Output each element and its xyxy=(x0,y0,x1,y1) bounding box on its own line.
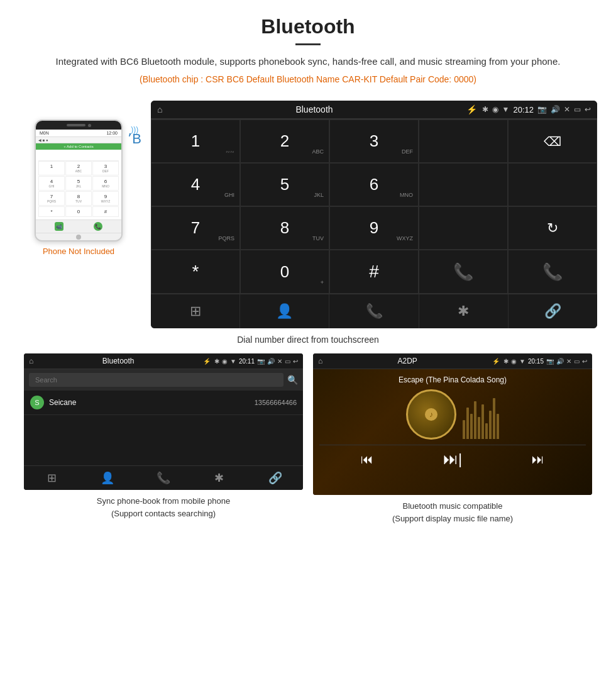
phone-nav-bar: ◀ ■ ● xyxy=(36,137,121,143)
phone-key-5[interactable]: 5JKL xyxy=(65,176,92,191)
phone-top-bar xyxy=(36,121,121,130)
pb-search-input[interactable] xyxy=(29,373,283,387)
music-next-btn[interactable]: ⏭ xyxy=(532,452,544,467)
eq-bar-9 xyxy=(493,398,495,439)
dial-call-green[interactable]: 📞 xyxy=(419,250,508,294)
car-camera-icon[interactable]: 📷 xyxy=(537,105,547,114)
phone-key-hash[interactable]: # xyxy=(92,206,119,217)
dial-empty-3 xyxy=(508,163,597,206)
car-home-icon[interactable]: ⌂ xyxy=(157,104,162,114)
phone-key-star[interactable]: * xyxy=(38,206,65,217)
music-album-art: ♪ xyxy=(406,389,456,440)
dial-key-5[interactable]: 5JKL xyxy=(240,163,329,206)
phone-home-button[interactable] xyxy=(76,235,81,240)
pb-nav-link[interactable]: 🔗 xyxy=(247,471,303,485)
music-col: ⌂ A2DP ⚡ ✱ ◉ ▼ 20:15 📷 🔊 ✕ ▭ ↩ Escape (T… xyxy=(308,353,597,527)
music-play-pause-btn[interactable]: ⏭| xyxy=(443,450,462,468)
pb-back-icon[interactable]: ↩ xyxy=(293,358,298,365)
dial-key-0[interactable]: 0+ xyxy=(240,250,329,294)
music-home-icon[interactable]: ⌂ xyxy=(318,357,322,365)
car-back-icon[interactable]: ↩ xyxy=(585,105,591,114)
car-bt-icon: ✱ xyxy=(482,105,488,114)
phone-key-7[interactable]: 7PQRS xyxy=(38,191,65,206)
car-signal-icon: ▼ xyxy=(502,105,510,114)
car-volume-icon[interactable]: 🔊 xyxy=(551,105,560,114)
dial-reload[interactable]: ↻ xyxy=(508,206,597,250)
pb-nav-calls[interactable]: 📞 xyxy=(136,471,192,485)
music-screen: ⌂ A2DP ⚡ ✱ ◉ ▼ 20:15 📷 🔊 ✕ ▭ ↩ Escape (T… xyxy=(313,353,592,495)
eq-bar-7 xyxy=(485,423,488,439)
car-nav-apps[interactable]: ⊞ xyxy=(151,294,240,328)
car-nav-bluetooth[interactable]: ✱ xyxy=(419,294,509,328)
pb-location-icon: ◉ xyxy=(222,358,228,365)
pb-contact-name: Seicane xyxy=(49,398,250,407)
eq-bar-4 xyxy=(474,401,476,439)
pb-camera-icon[interactable]: 📷 xyxy=(257,358,265,365)
music-location-icon: ◉ xyxy=(511,358,517,365)
phonebook-caption-sub: (Support contacts searching) xyxy=(111,509,216,518)
music-controls: ⏮ ⏭| ⏭ xyxy=(319,445,586,473)
car-screen-icon[interactable]: ▭ xyxy=(574,105,581,114)
phone-call-btn[interactable]: 📞 xyxy=(94,222,102,231)
dial-backspace[interactable]: ⌫ xyxy=(508,119,597,163)
pb-nav-contacts[interactable]: 👤 xyxy=(80,471,136,485)
car-screen-title: Bluetooth xyxy=(167,104,461,114)
car-nav-contacts[interactable]: 👤 xyxy=(240,294,329,328)
bluetooth-wave-overlay: ))) ʼΒ xyxy=(128,126,141,147)
dial-key-7[interactable]: 7PQRS xyxy=(151,206,240,250)
pb-nav-bluetooth[interactable]: ✱ xyxy=(191,471,247,485)
car-bottom-nav: ⊞ 👤 📞 ✱ 🔗 xyxy=(151,294,597,328)
phone-key-1[interactable]: 1 xyxy=(38,161,65,175)
pb-volume-icon[interactable]: 🔊 xyxy=(267,358,275,365)
phone-home-row xyxy=(36,233,121,240)
music-prev-btn[interactable]: ⏮ xyxy=(361,452,373,467)
pb-usb-icon: ⚡ xyxy=(203,358,211,365)
phone-key-9[interactable]: 9WXYZ xyxy=(92,191,119,206)
car-close-icon[interactable]: ✕ xyxy=(564,105,570,114)
car-status-bar: ⌂ Bluetooth ⚡ ✱ ◉ ▼ 20:12 📷 🔊 ✕ ▭ ↩ xyxy=(151,101,597,119)
phonebook-caption-main: Sync phone-book from mobile phone xyxy=(97,496,230,506)
dial-call-red[interactable]: 📞 xyxy=(508,250,597,294)
pb-contact-row[interactable]: S Seicane 13566664466 xyxy=(24,391,303,415)
music-bt-icon: ✱ xyxy=(503,358,509,365)
dial-key-star[interactable]: * xyxy=(151,250,240,294)
phone-key-3[interactable]: 3DEF xyxy=(92,161,119,175)
phone-key-2[interactable]: 2ABC xyxy=(65,161,92,175)
car-nav-calls[interactable]: 📞 xyxy=(329,294,419,328)
phone-key-4[interactable]: 4GHI xyxy=(38,176,65,191)
dial-key-9[interactable]: 9WXYZ xyxy=(329,206,419,250)
pb-search-bar: 🔍 xyxy=(24,369,303,391)
phone-speaker xyxy=(67,124,85,126)
music-signal-icon: ▼ xyxy=(519,358,525,365)
pb-nav-apps[interactable]: ⊞ xyxy=(24,471,80,485)
car-usb-icon: ⚡ xyxy=(466,104,477,114)
dial-key-1[interactable]: 1∾∾ xyxy=(151,119,240,163)
pb-screen-icon[interactable]: ▭ xyxy=(285,358,290,365)
car-status-right: ✱ ◉ ▼ 20:12 📷 🔊 ✕ ▭ ↩ xyxy=(482,105,591,114)
phone-key-6[interactable]: 6MNO xyxy=(92,176,119,191)
phone-not-included-label: Phone Not Included xyxy=(43,247,114,256)
music-usb-icon: ⚡ xyxy=(492,358,500,365)
dial-key-2[interactable]: 2ABC xyxy=(240,119,329,163)
music-status-bar: ⌂ A2DP ⚡ ✱ ◉ ▼ 20:15 📷 🔊 ✕ ▭ ↩ xyxy=(313,353,592,369)
car-nav-link[interactable]: 🔗 xyxy=(509,294,597,328)
header-description: Integrated with BC6 Bluetooth module, su… xyxy=(50,54,566,69)
music-camera-icon[interactable]: 📷 xyxy=(546,358,554,365)
pb-close-icon[interactable]: ✕ xyxy=(277,358,282,365)
music-back-icon[interactable]: ↩ xyxy=(582,358,587,365)
music-screen-icon[interactable]: ▭ xyxy=(574,358,580,365)
dial-key-hash[interactable]: # xyxy=(329,250,419,294)
dial-key-8[interactable]: 8TUV xyxy=(240,206,329,250)
pb-contact-avatar: S xyxy=(30,396,44,409)
pb-home-icon[interactable]: ⌂ xyxy=(29,357,33,365)
dial-key-3[interactable]: 3DEF xyxy=(329,119,419,163)
phone-mockup: M0N 12:00 ◀ ■ ● + Add to Contacts 1 2ABC… xyxy=(35,119,123,242)
music-volume-icon[interactable]: 🔊 xyxy=(556,358,564,365)
music-close-icon[interactable]: ✕ xyxy=(566,358,571,365)
dial-key-6[interactable]: 6MNO xyxy=(329,163,419,206)
page-title: Bluetooth xyxy=(50,15,566,38)
phone-key-0[interactable]: 0 xyxy=(65,206,92,217)
phone-key-8[interactable]: 8TUV xyxy=(65,191,92,206)
pb-search-icon[interactable]: 🔍 xyxy=(287,375,298,385)
dial-key-4[interactable]: 4GHI xyxy=(151,163,240,206)
